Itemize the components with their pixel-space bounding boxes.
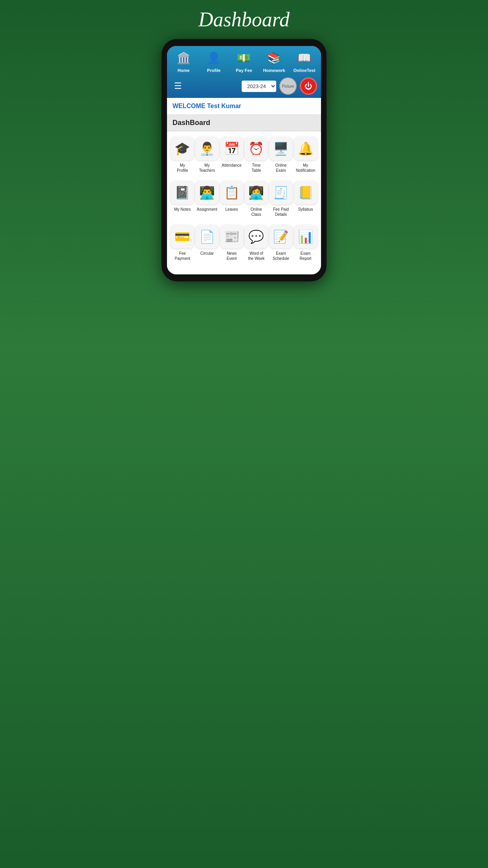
- grid-item-exam-schedule[interactable]: 📝 ExamSchedule: [269, 225, 293, 261]
- onlinetest-icon: 📖: [296, 49, 313, 66]
- my-notification-icon: 🔔: [294, 137, 317, 160]
- grid-item-circular[interactable]: 📄 Circular: [195, 225, 219, 261]
- exam-report-label: ExamReport: [300, 251, 312, 261]
- page-title: Dashboard: [198, 8, 290, 31]
- leaves-label: Leaves: [226, 207, 238, 212]
- nav-payfee[interactable]: 💵 Pay Fee: [229, 49, 259, 73]
- welcome-bar: WELCOME Test Kumar: [167, 98, 321, 115]
- top-nav-bar: 🏛️ Home 👤 Profile 💵 Pay Fee 📚 Homework 📖…: [167, 46, 321, 74]
- nav-profile-label: Profile: [207, 68, 220, 73]
- syllabus-icon: 📒: [294, 181, 317, 204]
- leaves-icon: 📋: [220, 181, 244, 204]
- online-exam-icon: 🖥️: [269, 137, 293, 160]
- online-class-label: OnlineClass: [251, 207, 262, 217]
- hamburger-button[interactable]: ☰: [171, 79, 185, 93]
- news-event-label: NewsEvent: [227, 251, 237, 261]
- word-of-week-icon: 💬: [244, 225, 268, 248]
- circular-label: Circular: [200, 251, 214, 256]
- online-exam-label: OnlineExam: [275, 163, 287, 173]
- grid-item-my-teachers[interactable]: 👨‍💼 MyTeachers: [195, 137, 219, 173]
- toolbar: ☰ 2023-24 Picture ⏻: [167, 74, 321, 98]
- nav-onlinetest-label: OnlineTest: [294, 68, 316, 73]
- my-notes-icon: 📓: [171, 181, 194, 204]
- exam-schedule-icon: 📝: [269, 225, 293, 248]
- exam-report-icon: 📊: [294, 225, 317, 248]
- grid-item-fee-paid-details[interactable]: 🧾 Fee PaidDetails: [269, 181, 293, 217]
- word-of-week-label: Word ofthe Week: [248, 251, 264, 261]
- payfee-icon: 💵: [235, 49, 253, 66]
- grid-row-3: 💳 FeePayment 📄 Circular 📰 NewsEvent 💬 Wo…: [170, 225, 318, 261]
- my-teachers-icon: 👨‍💼: [195, 137, 219, 160]
- time-table-icon: ⏰: [244, 137, 268, 160]
- grid-item-online-class[interactable]: 👩‍💻 OnlineClass: [244, 181, 268, 217]
- grid-item-word-of-week[interactable]: 💬 Word ofthe Week: [244, 225, 268, 261]
- nav-home[interactable]: 🏛️ Home: [169, 49, 199, 73]
- attendance-icon: 📅: [220, 137, 244, 160]
- time-table-label: TimeTable: [251, 163, 261, 173]
- fee-paid-details-icon: 🧾: [269, 181, 293, 204]
- phone-screen: 🏛️ Home 👤 Profile 💵 Pay Fee 📚 Homework 📖…: [167, 46, 321, 274]
- grid-row-2: 📓 My Notes 👨‍💻 Assignment 📋 Leaves 👩‍💻 O…: [170, 181, 318, 217]
- profile-icon: 👤: [205, 49, 222, 66]
- nav-homework-label: Homework: [263, 68, 285, 73]
- nav-payfee-label: Pay Fee: [236, 68, 252, 73]
- my-profile-icon: 🎓: [171, 137, 194, 160]
- welcome-text: WELCOME Test Kumar: [172, 103, 241, 109]
- grid-item-exam-report[interactable]: 📊 ExamReport: [294, 225, 317, 261]
- power-button[interactable]: ⏻: [300, 77, 317, 95]
- nav-home-label: Home: [178, 68, 190, 73]
- grid-item-attendance[interactable]: 📅 Attendance: [220, 137, 244, 173]
- my-notification-label: MyNotification: [296, 163, 315, 173]
- grid-item-news-event[interactable]: 📰 NewsEvent: [220, 225, 244, 261]
- dashboard-section-label: DashBoard: [167, 115, 321, 131]
- assignment-label: Assignment: [197, 207, 217, 212]
- power-icon: ⏻: [305, 82, 312, 91]
- fee-payment-label: FeePayment: [175, 251, 190, 261]
- exam-schedule-label: ExamSchedule: [273, 251, 289, 261]
- profile-picture-button[interactable]: Picture: [279, 77, 297, 95]
- fee-payment-icon: 💳: [171, 225, 194, 248]
- grid-item-my-profile[interactable]: 🎓 MyProfile: [171, 137, 194, 173]
- homework-icon: 📚: [266, 49, 283, 66]
- home-icon: 🏛️: [175, 49, 192, 66]
- circular-icon: 📄: [195, 225, 219, 248]
- dashboard-grid: 🎓 MyProfile 👨‍💼 MyTeachers 📅 Attendance …: [167, 131, 321, 274]
- nav-onlinetest[interactable]: 📖 OnlineTest: [289, 49, 319, 73]
- dashboard-text: DashBoard: [172, 119, 210, 127]
- my-profile-label: MyProfile: [177, 163, 188, 173]
- phone-frame: 🏛️ Home 👤 Profile 💵 Pay Fee 📚 Homework 📖…: [161, 39, 327, 281]
- my-notes-label: My Notes: [174, 207, 191, 212]
- grid-item-time-table[interactable]: ⏰ TimeTable: [244, 137, 268, 173]
- nav-profile[interactable]: 👤 Profile: [199, 49, 229, 73]
- grid-row-1: 🎓 MyProfile 👨‍💼 MyTeachers 📅 Attendance …: [170, 137, 318, 173]
- syllabus-label: Syllabus: [298, 207, 313, 212]
- year-selector[interactable]: 2023-24: [242, 81, 276, 92]
- grid-item-leaves[interactable]: 📋 Leaves: [220, 181, 244, 217]
- nav-homework[interactable]: 📚 Homework: [259, 49, 289, 73]
- grid-item-assignment[interactable]: 👨‍💻 Assignment: [195, 181, 219, 217]
- grid-item-online-exam[interactable]: 🖥️ OnlineExam: [269, 137, 293, 173]
- profile-picture-label: Picture: [282, 84, 294, 88]
- online-class-icon: 👩‍💻: [244, 181, 268, 204]
- grid-item-syllabus[interactable]: 📒 Syllabus: [294, 181, 317, 217]
- grid-item-my-notification[interactable]: 🔔 MyNotification: [294, 137, 317, 173]
- assignment-icon: 👨‍💻: [195, 181, 219, 204]
- fee-paid-details-label: Fee PaidDetails: [273, 207, 289, 217]
- grid-item-fee-payment[interactable]: 💳 FeePayment: [171, 225, 194, 261]
- attendance-label: Attendance: [222, 163, 242, 168]
- news-event-icon: 📰: [220, 225, 244, 248]
- my-teachers-label: MyTeachers: [199, 163, 215, 173]
- grid-item-my-notes[interactable]: 📓 My Notes: [171, 181, 194, 217]
